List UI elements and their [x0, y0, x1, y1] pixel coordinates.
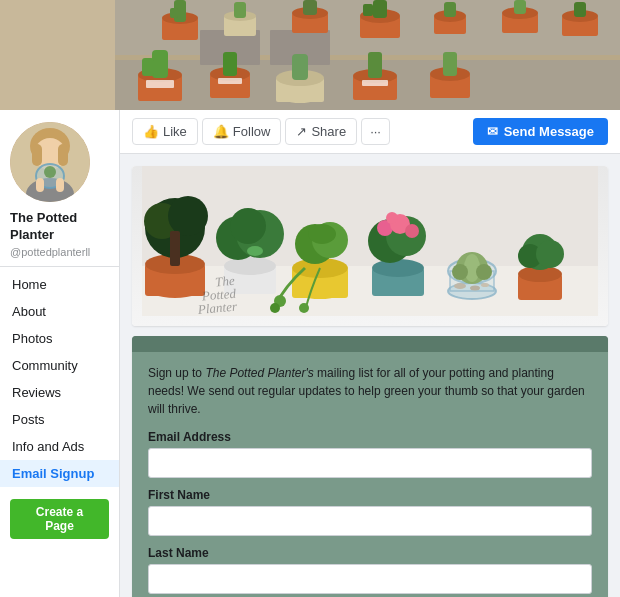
like-button[interactable]: 👍 Like	[132, 118, 198, 145]
more-button[interactable]: ···	[361, 118, 390, 145]
profile-section: The Potted Planter @pottedplanterll	[0, 110, 119, 267]
svg-point-111	[454, 283, 466, 289]
page-content: The Potted Planter Sign up to The Potted…	[120, 154, 620, 597]
svg-rect-14	[234, 2, 246, 18]
svg-rect-78	[170, 231, 180, 266]
plants-image-card: The Potted Planter	[132, 166, 608, 326]
like-icon: 👍	[143, 124, 159, 139]
svg-rect-44	[223, 52, 237, 76]
email-signup-form: Sign up to The Potted Planter's mailing …	[132, 336, 608, 597]
share-icon: ↗	[296, 124, 307, 139]
main-content: 👍 Like 🔔 Follow ↗ Share ··· ✉ Send Messa…	[120, 110, 620, 597]
svg-point-119	[536, 240, 564, 268]
page-name: The Potted Planter	[10, 210, 109, 244]
svg-rect-10	[170, 8, 178, 18]
svg-rect-35	[574, 2, 586, 17]
send-message-button[interactable]: ✉ Send Message	[473, 118, 608, 145]
like-label: Like	[163, 124, 187, 139]
first-name-label: First Name	[148, 488, 592, 502]
svg-rect-64	[58, 144, 68, 166]
svg-rect-48	[292, 54, 308, 80]
svg-point-103	[386, 212, 398, 224]
action-bar: 👍 Like 🔔 Follow ↗ Share ··· ✉ Send Messa…	[120, 110, 620, 154]
message-icon: ✉	[487, 124, 498, 139]
svg-point-69	[44, 166, 56, 178]
email-field-group: Email Address	[148, 430, 592, 478]
nav-menu: Home About Photos Community Reviews Post…	[0, 267, 119, 491]
first-name-input[interactable]	[148, 506, 592, 536]
last-name-label: Last Name	[148, 546, 592, 560]
svg-rect-23	[363, 4, 373, 16]
avatar	[10, 122, 90, 202]
svg-point-97	[372, 259, 424, 277]
svg-rect-58	[218, 78, 242, 84]
brand-name-italic: The Potted Planter's	[205, 366, 313, 380]
cover-photo	[0, 0, 620, 110]
svg-point-84	[230, 208, 266, 244]
svg-rect-57	[146, 80, 174, 88]
svg-point-102	[405, 224, 419, 238]
svg-rect-67	[36, 178, 44, 192]
sidebar-item-email-signup[interactable]: Email Signup	[0, 460, 119, 487]
svg-rect-68	[56, 178, 64, 192]
sidebar-item-about[interactable]: About	[0, 298, 119, 325]
svg-rect-63	[32, 144, 42, 166]
sidebar: The Potted Planter @pottedplanterll Home…	[0, 110, 120, 597]
plants-image: The Potted Planter	[132, 166, 608, 326]
svg-point-90	[270, 303, 280, 313]
svg-point-110	[476, 264, 492, 280]
svg-point-91	[299, 303, 309, 313]
follow-button[interactable]: 🔔 Follow	[202, 118, 282, 145]
svg-rect-52	[368, 52, 382, 78]
svg-rect-22	[373, 0, 387, 18]
sidebar-item-community[interactable]: Community	[0, 352, 119, 379]
svg-rect-59	[362, 80, 388, 86]
svg-point-94	[308, 224, 336, 244]
svg-rect-39	[152, 50, 168, 78]
svg-point-112	[470, 286, 480, 291]
svg-rect-18	[303, 0, 317, 15]
page-handle: @pottedplanterll	[10, 246, 109, 258]
sidebar-item-reviews[interactable]: Reviews	[0, 379, 119, 406]
svg-text:Planter: Planter	[196, 298, 238, 316]
svg-rect-40	[142, 58, 154, 76]
last-name-field-group: Last Name	[148, 546, 592, 594]
follow-icon: 🔔	[213, 124, 229, 139]
first-name-field-group: First Name	[148, 488, 592, 536]
svg-point-85	[247, 246, 263, 256]
svg-rect-31	[514, 0, 526, 14]
sidebar-item-home[interactable]: Home	[0, 271, 119, 298]
send-message-label: Send Message	[504, 124, 594, 139]
svg-point-77	[168, 196, 208, 236]
form-description: Sign up to The Potted Planter's mailing …	[148, 364, 592, 418]
follow-label: Follow	[233, 124, 271, 139]
form-header-bar	[132, 336, 608, 352]
share-label: Share	[311, 124, 346, 139]
last-name-input[interactable]	[148, 564, 592, 594]
create-page-button[interactable]: Create a Page	[10, 499, 109, 539]
share-button[interactable]: ↗ Share	[285, 118, 357, 145]
svg-point-109	[452, 264, 468, 280]
sidebar-item-photos[interactable]: Photos	[0, 325, 119, 352]
email-label: Email Address	[148, 430, 592, 444]
svg-point-113	[481, 283, 489, 287]
sidebar-item-posts[interactable]: Posts	[0, 406, 119, 433]
sidebar-item-info-ads[interactable]: Info and Ads	[0, 433, 119, 460]
svg-rect-27	[444, 2, 456, 17]
svg-rect-56	[443, 52, 457, 76]
email-input[interactable]	[148, 448, 592, 478]
